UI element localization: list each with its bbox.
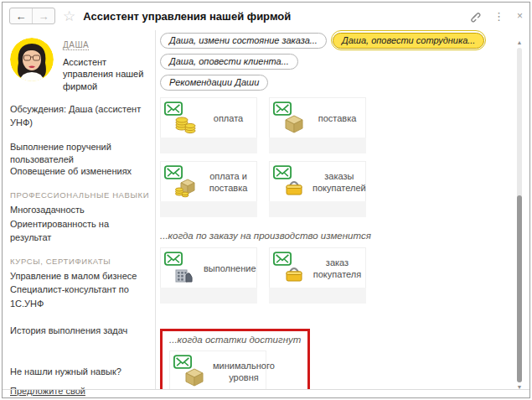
courses-list: Управление в малом бизнесе Специалист-ко…	[10, 269, 150, 311]
main-panel: Даша, измени состояние заказа... Даша, о…	[157, 30, 529, 389]
courses-header: КУРСЫ, СЕРТИФИКАТЫ	[10, 257, 150, 266]
favorite-star-icon[interactable]: ☆	[63, 9, 75, 23]
link-icon[interactable]	[468, 10, 481, 23]
card-icons	[272, 164, 311, 201]
forward-icon[interactable]: →	[32, 8, 54, 23]
titlebar-actions: ⋮ ×	[468, 10, 523, 23]
card-payment-and-delivery[interactable]: оплата и поставка	[160, 161, 257, 217]
card-icons	[173, 354, 211, 390]
card-icons	[272, 251, 311, 288]
card-label: поставка	[311, 113, 364, 125]
profile-block: ДАША Ассистент управления нашей фирмой	[10, 38, 150, 92]
card-row: оплата	[160, 97, 529, 153]
card-row: выполнение	[160, 247, 529, 304]
screen: ← → ☆ Ассистент управления нашей фирмой …	[0, 0, 532, 400]
vertical-scrollbar[interactable]: ▲ ▼	[516, 39, 523, 391]
avatar[interactable]	[10, 38, 54, 81]
card-strip	[269, 138, 366, 153]
card-icons	[272, 101, 311, 138]
pill-wrap: Рекомендации Даши	[160, 74, 268, 91]
close-icon[interactable]: ×	[517, 11, 523, 21]
window-title: Ассистент управления нашей фирмой	[83, 10, 291, 23]
scrollbar-thumb[interactable]	[517, 195, 522, 382]
back-icon[interactable]: ←	[10, 8, 32, 23]
box-icon	[283, 114, 305, 134]
coins-icon	[174, 114, 197, 135]
card-minimum-level[interactable]: минимального уровня	[169, 351, 266, 389]
not-found-text: Не нашли нужный навык?	[10, 366, 150, 379]
command-dasha-recommendations[interactable]: Рекомендации Даши	[160, 75, 268, 91]
card-label: оплата	[202, 113, 255, 125]
card-icons	[163, 251, 202, 288]
skill-item: Ориентированность на результат	[10, 217, 150, 245]
discussions-link[interactable]: Обсуждения: Даша (ассистент УНФ)	[10, 103, 150, 130]
assistant-name-link[interactable]: ДАША	[63, 40, 89, 50]
function-item: Выполнение поручений пользователей	[10, 141, 150, 166]
pill-wrap-active: Даша, оповести сотрудника...	[331, 30, 486, 50]
assistant-window: ← → ☆ Ассистент управления нашей фирмой …	[2, 2, 530, 398]
course-item: Специалист-консультант по 1С.УНФ	[10, 283, 150, 310]
assistant-role: Ассистент управления нашей фирмой	[63, 56, 150, 92]
functions-list: Выполнение поручений пользователей Опове…	[10, 141, 150, 179]
card-strip	[160, 288, 257, 304]
bottom-divider	[3, 389, 529, 390]
card-customer-orders[interactable]: заказы покупателей	[269, 161, 366, 217]
box-icon	[183, 367, 205, 387]
scrollbar-track[interactable]	[517, 48, 522, 382]
scroll-up-icon[interactable]: ▲	[516, 39, 523, 46]
skills-list: Многозадачность Ориентированность на рез…	[10, 203, 150, 245]
command-change-order-state[interactable]: Даша, измени состояние заказа...	[160, 33, 327, 49]
history-link[interactable]: История выполнения задач	[10, 325, 150, 338]
notifications-area: оплата	[160, 97, 529, 389]
factory-icon	[174, 264, 194, 284]
sidebar: ДАША Ассистент управления нашей фирмой О…	[3, 30, 156, 389]
card-strip	[160, 201, 257, 217]
card-label: заказы покупателей	[311, 171, 368, 195]
card-customer-order[interactable]: заказ покупателя	[269, 247, 366, 304]
command-notify-employee[interactable]: Даша, оповести сотрудника...	[333, 33, 484, 49]
card-row: оплата и поставка	[160, 161, 529, 217]
card-label: выполнение	[202, 263, 258, 275]
section-header-stock-reaches: ...когда остатки достигнут	[169, 335, 301, 345]
card-strip	[269, 201, 366, 217]
pill-wrap: Даша, оповести клиента...	[160, 53, 298, 70]
pill-wrap: Даша, измени состояние заказа...	[160, 32, 327, 49]
skills-header: ПРОФЕССИОНАЛЬНЫЕ НАВЫКИ	[10, 190, 150, 200]
basket-icon	[283, 264, 305, 283]
basket-icon	[283, 178, 305, 197]
function-item: Оповещение об изменениях	[10, 165, 150, 179]
card-icons	[163, 164, 202, 201]
nav-buttons: ← →	[9, 8, 55, 24]
section-header-production-order: ...когда по заказу на производство измен…	[160, 231, 529, 241]
card-delivery[interactable]: поставка	[269, 97, 366, 153]
course-item: Управление в малом бизнесе	[10, 269, 150, 283]
command-notify-client[interactable]: Даша, оповести клиента...	[160, 54, 298, 70]
profile-info: ДАША Ассистент управления нашей фирмой	[63, 38, 150, 92]
card-icons	[163, 101, 202, 138]
titlebar: ← → ☆ Ассистент управления нашей фирмой …	[3, 3, 529, 29]
card-label: оплата и поставка	[202, 171, 255, 195]
suggest-skill-link[interactable]: Предложите свой	[10, 386, 85, 396]
highlighted-section-stock-minimum: ...когда остатки достигнут	[160, 329, 310, 389]
command-toolbar: Даша, измени состояние заказа... Даша, о…	[160, 32, 520, 95]
card-strip	[160, 138, 257, 153]
card-label: минимального уровня	[211, 361, 276, 384]
card-strip	[269, 288, 366, 304]
skill-item: Многозадачность	[10, 203, 150, 217]
card-label: заказ покупателя	[311, 257, 364, 281]
card-fulfillment[interactable]: выполнение	[160, 247, 257, 304]
more-icon[interactable]: ⋮	[493, 11, 504, 22]
box-coins-icon	[174, 178, 196, 198]
card-payment[interactable]: оплата	[160, 97, 257, 153]
